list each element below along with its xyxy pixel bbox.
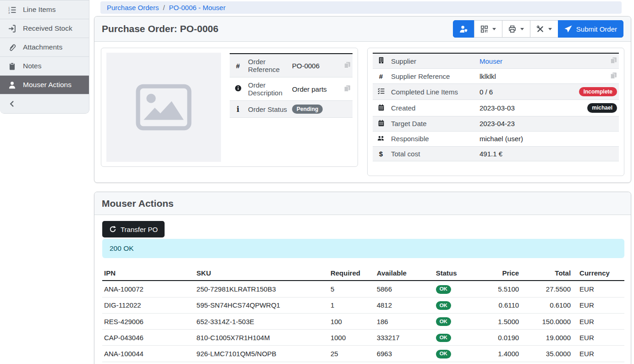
sidebar-item-mouser-actions[interactable]: Mouser Actions [0,76,89,94]
table-row: Supplier Mouser [373,53,619,69]
col-required: Required [329,267,375,281]
cell-sku: 250-72981KLRATR150B3 [195,281,329,297]
sidebar-item-attachments[interactable]: Attachments [0,38,89,57]
supplier-link[interactable]: Mouser [480,57,502,65]
cell-ipn: DIG-112022 [102,297,195,313]
cell-price: 1.4000 [485,346,521,362]
copy-icon[interactable] [610,72,617,79]
table-row: # Supplier Reference lklklkl [373,69,619,84]
transfer-po-button[interactable]: Transfer PO [102,221,165,237]
wrench-icon [536,25,544,33]
list-check-icon [378,88,385,96]
purchase-order-panel: Purchase Order: PO-0006 [94,16,631,183]
col-available: Available [375,267,434,281]
sidebar-item-label: Mouser Actions [23,81,72,89]
row-label: Supplier Reference [389,69,478,84]
row-label: Completed Line Items [389,84,478,100]
sidebar-item-label: Notes [23,62,42,70]
col-ipn: IPN [102,267,195,281]
col-status: Status [434,267,485,281]
col-price: Price [485,267,521,281]
breadcrumb-link-purchase-orders[interactable]: Purchase Orders [107,4,159,11]
mouser-actions-panel-header: Mouser Actions [94,192,631,215]
sidebar-item-label: Attachments [23,43,62,51]
order-status-badge: Pending [292,105,323,114]
cell-currency: EUR [573,297,624,313]
cell-sku: 926-LMC7101QM5/NOPB [195,346,329,362]
table-row: Order Description Order parts [230,77,353,101]
table-row: Target Date 2023-04-23 [373,116,619,131]
table-header-row: IPN SKU Required Available Status Price … [102,267,624,281]
tools-dropdown-button[interactable] [530,20,558,38]
svg-text:3: 3 [8,11,10,14]
supplier-info-table: Supplier Mouser # Supplier Reference lkl… [373,53,619,171]
cell-required: 5 [329,281,375,297]
row-value: 0 / 6 [478,84,574,100]
chevron-down-icon [520,28,524,30]
table-row: RES-429006 652-3314Z-1-503E 100 186 OK 1… [102,313,624,329]
copy-icon[interactable] [610,57,617,64]
sidebar-collapse-button[interactable] [0,94,89,113]
table-row: Completed Line Items 0 / 6 Incomplete [373,84,619,100]
sidebar-nav: 123 Line Items Received Stock Attachment… [0,0,89,114]
table-row: $ Total cost 491.1 € [373,146,619,161]
copy-icon[interactable] [344,85,351,92]
row-value: 2023-03-03 [478,100,574,116]
col-total: Total [521,267,573,281]
status-badge: OK [436,317,451,326]
col-currency: Currency [573,267,624,281]
users-icon [377,135,385,143]
app-root: 123 Line Items Received Stock Attachment… [0,0,634,364]
copy-icon[interactable] [344,61,351,68]
barcode-dropdown-button[interactable] [474,20,502,38]
dollar-icon: $ [379,150,383,158]
cell-available: 333217 [375,330,434,346]
sign-in-icon [8,24,16,33]
row-label: Order Reference [246,54,290,77]
cell-total: 150.0000 [521,313,573,329]
cell-ipn: CAP-043046 [102,330,195,346]
cell-available: 4812 [375,297,434,313]
row-value: michael (user) [478,131,574,146]
cell-currency: EUR [573,362,624,364]
printer-icon [508,25,516,33]
row-label: Order Description [246,77,290,101]
print-dropdown-button[interactable] [502,20,530,38]
mouser-actions-panel-body: Transfer PO 200 OK IPN SKU Required Avai… [94,215,631,364]
calendar-icon [378,105,385,112]
cell-currency: EUR [573,313,624,329]
breadcrumb-link-current[interactable]: PO-0006 - Mouser [169,4,226,11]
submit-order-button[interactable]: Submit Order [558,20,623,38]
chevron-down-icon [548,28,552,30]
order-actions-toolbar: Submit Order [453,20,623,38]
cell-total: 35.0000 [521,346,573,362]
cell-total: 27.5500 [521,281,573,297]
breadcrumb: Purchase Orders / PO-0006 - Mouser [100,1,622,14]
table-row: DIG-112022 595-SN74HCS74QPWRQ1 1 4812 OK… [102,297,624,313]
incomplete-badge: Incomplete [579,87,617,96]
cell-price: 0.6110 [485,297,521,313]
row-label: Target Date [389,116,478,131]
sidebar-item-label: Received Stock [23,24,72,33]
cell-sku: 810-C1005X7R1H104M [195,330,329,346]
mouser-actions-title: Mouser Actions [102,198,174,209]
user-icon [8,81,16,89]
info-icon: i [237,105,239,114]
sidebar-item-line-items[interactable]: 123 Line Items [0,0,89,19]
sidebar-item-notes[interactable]: Notes [0,57,89,76]
qrcode-icon [480,25,488,33]
status-badge: OK [436,301,451,310]
col-sku: SKU [195,267,329,281]
table-row: ANA-100044 926-LMC7101QM5/NOPB 25 6963 O… [102,346,624,362]
row-label: Supplier [389,53,478,69]
row-value: 2023-04-23 [478,116,574,131]
row-label: Created [389,100,478,116]
sidebar-item-received-stock[interactable]: Received Stock [0,19,89,38]
chevron-left-icon [8,100,16,108]
order-image-placeholder [106,53,221,162]
table-row: Created 2023-03-03 michael [373,100,619,116]
cell-available: 186 [375,313,434,329]
admin-user-button[interactable] [453,20,474,38]
table-row-empty [373,161,619,171]
page-title: Purchase Order: PO-0006 [102,23,218,34]
